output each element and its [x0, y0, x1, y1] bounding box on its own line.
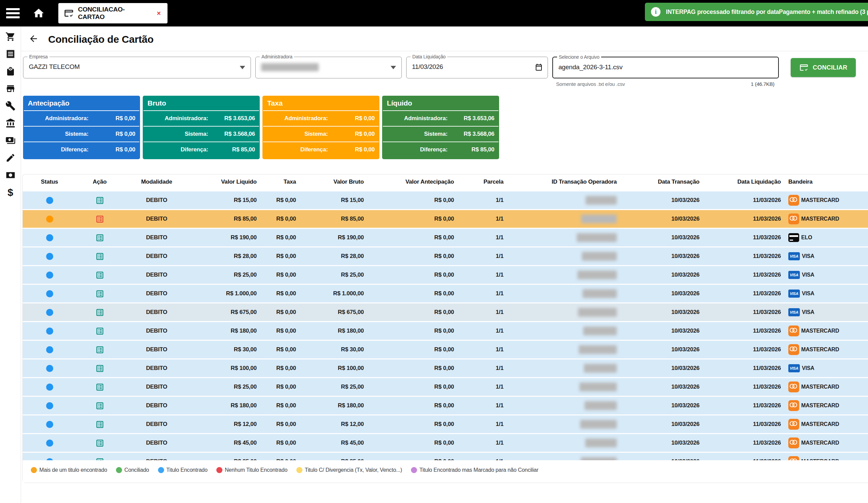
details-list-icon[interactable] — [95, 233, 104, 242]
sidebar-item-money[interactable] — [5, 170, 16, 181]
summary-card: Líquido Administradora: R$ 3.653,06 Sist… — [382, 96, 499, 159]
valor-liquido-cell: R$ 25,00 — [190, 383, 261, 390]
taxa-cell: R$ 0,00 — [261, 197, 301, 204]
home-icon[interactable] — [32, 7, 45, 19]
valor-liquido-cell: R$ 12,00 — [190, 421, 261, 427]
data-liquidacao-input[interactable]: Data Liquidação 11/03/2026 — [406, 57, 548, 78]
back-arrow-icon[interactable] — [29, 33, 39, 45]
summary-card-row: Diferença: R$ 85,00 — [143, 142, 259, 157]
details-list-icon[interactable] — [95, 196, 104, 205]
details-list-icon[interactable] — [95, 364, 104, 373]
taxa-cell: R$ 0,00 — [261, 402, 301, 409]
data-liquidacao-cell: 11/03/2026 — [705, 272, 786, 278]
valor-liquido-cell: R$ 45,00 — [190, 440, 261, 446]
tab-conciliacao-cartao[interactable]: CONCILIACAO-CARTAO × — [58, 3, 167, 23]
valor-bruto-cell: R$ 85,00 — [301, 215, 369, 222]
tab-close-icon[interactable]: × — [156, 10, 162, 17]
valor-antecipacao-cell: R$ 0,00 — [369, 234, 459, 241]
sidebar-item-bank[interactable] — [5, 118, 16, 129]
table-row[interactable]: DEBITO R$ 28,00 R$ 0,00 R$ 28,00 R$ 0,00… — [23, 248, 868, 265]
data-transacao-cell: 10/03/2026 — [626, 458, 705, 460]
table-row[interactable]: DEBITO R$ 85,00 R$ 0,00 R$ 85,00 R$ 0,00… — [23, 210, 868, 228]
bandeira-label: MASTERCARD — [801, 328, 839, 334]
details-list-icon[interactable] — [95, 345, 104, 354]
card-brand-icon: VISA — [788, 252, 800, 260]
summary-card-title: Líquido — [382, 96, 499, 110]
sidebar-item-dollar[interactable]: $ — [5, 187, 16, 198]
table-row[interactable]: DEBITO R$ 25,00 R$ 0,00 R$ 25,00 R$ 0,00… — [23, 378, 868, 396]
legend-item: Titulo Encontrado — [158, 467, 207, 473]
taxa-cell: R$ 0,00 — [261, 215, 301, 222]
status-dot — [46, 309, 53, 316]
sidebar-item-cart[interactable] — [5, 31, 16, 42]
table-row[interactable]: DEBITO R$ 190,00 R$ 0,00 R$ 190,00 R$ 0,… — [23, 229, 868, 247]
legend-item: Mais de um titulo encontrado — [31, 467, 107, 473]
sidebar-item-store[interactable] — [5, 83, 16, 94]
details-list-icon[interactable] — [95, 271, 104, 280]
tab-label: CONCILIACAO-CARTAO — [78, 6, 152, 21]
empresa-label: Empresa — [28, 54, 50, 59]
details-list-icon[interactable] — [95, 252, 104, 261]
details-list-icon[interactable] — [95, 439, 104, 448]
top-bar: CONCILIACAO-CARTAO × i INTERPAG processa… — [0, 0, 868, 27]
table-row[interactable]: DEBITO R$ 12,00 R$ 0,00 R$ 12,00 R$ 0,00… — [23, 415, 868, 433]
sidebar-item-payments[interactable] — [5, 135, 16, 146]
details-list-icon[interactable] — [95, 401, 104, 410]
calendar-icon[interactable] — [535, 63, 543, 73]
data-liquidacao-cell: 11/03/2026 — [705, 290, 786, 297]
column-header: Valor Bruto — [301, 179, 369, 185]
summary-card-row: Sistema: R$ 0,00 — [24, 126, 140, 142]
table-row[interactable]: DEBITO R$ 180,00 R$ 0,00 R$ 180,00 R$ 0,… — [23, 397, 868, 414]
table-row[interactable]: DEBITO R$ 85,00 R$ 0,00 R$ 85,00 R$ 0,00… — [23, 453, 868, 460]
taxa-cell: R$ 0,00 — [261, 383, 301, 390]
parcela-cell: 1/1 — [459, 458, 508, 460]
bandeira-cell: VISA VISA — [786, 271, 868, 279]
valor-antecipacao-cell: R$ 0,00 — [369, 328, 459, 334]
conciliar-button[interactable]: CONCILIAR — [791, 58, 856, 77]
arquivo-input[interactable]: Selecione o Arquivo agenda_2026-3-11.csv — [552, 57, 779, 78]
table-row[interactable]: DEBITO R$ 15,00 R$ 0,00 R$ 15,00 R$ 0,00… — [23, 191, 868, 209]
menu-icon[interactable] — [6, 8, 20, 18]
details-list-icon[interactable] — [95, 308, 104, 317]
sidebar-item-tools[interactable] — [5, 100, 16, 111]
chevron-down-icon — [240, 66, 245, 69]
bandeira-label: VISA — [802, 253, 814, 259]
valor-bruto-cell: R$ 100,00 — [301, 365, 369, 372]
empresa-select[interactable]: Empresa GAZZI TELECOM — [23, 57, 251, 78]
parcela-cell: 1/1 — [459, 197, 508, 204]
sidebar-item-edit[interactable] — [5, 152, 16, 163]
details-list-icon[interactable] — [95, 289, 104, 298]
details-list-icon[interactable] — [95, 214, 104, 224]
data-transacao-cell: 10/03/2026 — [626, 402, 705, 409]
info-icon: i — [651, 7, 661, 17]
table-row[interactable]: DEBITO R$ 180,00 R$ 0,00 R$ 180,00 R$ 0,… — [23, 322, 868, 340]
table-row[interactable]: DEBITO R$ 675,00 R$ 0,00 R$ 675,00 R$ 0,… — [23, 303, 868, 321]
sidebar-item-receipt[interactable] — [5, 49, 16, 59]
status-dot — [46, 421, 53, 428]
table-row[interactable]: DEBITO R$ 30,00 R$ 0,00 R$ 30,00 R$ 0,00… — [23, 341, 868, 359]
details-list-icon[interactable] — [95, 326, 104, 336]
bandeira-label: VISA — [802, 309, 814, 315]
table-row[interactable]: DEBITO R$ 25,00 R$ 0,00 R$ 25,00 R$ 0,00… — [23, 266, 868, 284]
data-liquidacao-cell: 11/03/2026 — [705, 346, 786, 353]
valor-bruto-cell: R$ 12,00 — [301, 421, 369, 427]
summary-card: Bruto Administradora: R$ 3.653,06 Sistem… — [143, 96, 260, 159]
toast-notification: i INTERPAG processado filtrando por data… — [645, 3, 868, 21]
table-row[interactable]: DEBITO R$ 45,00 R$ 0,00 R$ 45,00 R$ 0,00… — [23, 434, 868, 452]
summary-row-label: Sistema: — [263, 131, 328, 138]
sidebar-item-shopping-bag[interactable] — [5, 66, 16, 77]
transaction-id-redacted — [579, 345, 617, 354]
divider — [21, 51, 868, 51]
table-row[interactable]: DEBITO R$ 1.000,00 R$ 0,00 R$ 1.000,00 R… — [23, 285, 868, 302]
details-list-icon[interactable] — [95, 457, 104, 461]
table-row[interactable]: DEBITO R$ 100,00 R$ 0,00 R$ 100,00 R$ 0,… — [23, 360, 868, 377]
legend-dot — [216, 467, 223, 473]
administradora-select[interactable]: Administradora — [255, 57, 402, 78]
details-list-icon[interactable] — [95, 383, 104, 392]
card-brand-icon — [788, 437, 799, 448]
legend-dot — [158, 467, 164, 473]
details-list-icon[interactable] — [95, 420, 104, 429]
valor-bruto-cell: R$ 85,00 — [301, 458, 369, 460]
summary-row-label: Sistema: — [383, 131, 447, 138]
valor-bruto-cell: R$ 15,00 — [301, 197, 369, 204]
